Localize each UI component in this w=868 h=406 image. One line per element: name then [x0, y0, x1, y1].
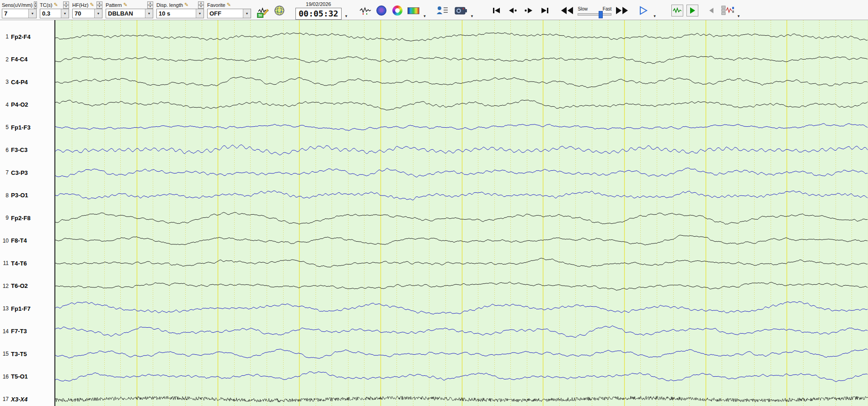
montage-caret[interactable]: ▾: [738, 14, 740, 20]
channel-number: 17: [0, 396, 9, 402]
color-wheel-button[interactable]: [391, 4, 404, 17]
video-button[interactable]: [455, 4, 467, 17]
channel-number: 16: [0, 374, 9, 380]
channel-row[interactable]: 6F3-C3: [0, 146, 54, 154]
sensitivity-spinner: ▲ ▼: [34, 1, 37, 9]
channel-panel: 1Fp2-F42F4-C43C4-P44P4-O25Fp1-F36F3-C37C…: [0, 20, 55, 406]
hf-up-button[interactable]: ▲: [96, 1, 102, 5]
pattern-down-button[interactable]: ▼: [147, 5, 153, 9]
channel-number: 12: [0, 283, 9, 289]
speed-control: Slow Fast: [578, 6, 611, 16]
channel-row[interactable]: 15T3-T5: [0, 350, 54, 357]
tc-group: TC(s) ✎ ▲ ▼ 0.3 ▼: [40, 1, 69, 18]
rewind-button[interactable]: [561, 4, 573, 17]
chevron-down-icon[interactable]: ▼: [28, 9, 36, 18]
brain-topography-button[interactable]: [375, 4, 388, 17]
colormap-caret[interactable]: ▾: [423, 14, 426, 20]
back-triangle-icon: [708, 7, 715, 14]
speed-slider[interactable]: [578, 13, 611, 16]
notch-50-badge: 50: [257, 13, 263, 18]
channel-row[interactable]: 9Fp2-F8: [0, 214, 54, 222]
green-play-button[interactable]: [686, 5, 698, 16]
display-length-combobox[interactable]: 10 s ▼: [156, 9, 204, 18]
montage-settings-button[interactable]: [721, 4, 734, 17]
mini-eeg-button[interactable]: [359, 4, 372, 17]
patient-info-button[interactable]: [436, 4, 449, 17]
hf-spinner: ▲ ▼: [96, 1, 102, 9]
trace-area[interactable]: [55, 20, 868, 406]
chevron-down-icon[interactable]: ▼: [196, 9, 204, 18]
channel-row[interactable]: 12T6-O2: [0, 282, 54, 290]
tc-down-button[interactable]: ▼: [63, 5, 69, 9]
channel-row[interactable]: 5Fp1-F3: [0, 124, 54, 131]
tc-combobox[interactable]: 0.3 ▼: [40, 9, 69, 18]
pattern-combobox[interactable]: DBLBAN ▼: [106, 9, 153, 18]
toolbar: Sens(uV/mm) ▲ ▼ 7 ▼ TC(s) ✎ ▲ ▼ 0.3 ▼ HF…: [0, 0, 868, 20]
tc-up-button[interactable]: ▲: [63, 1, 69, 5]
slow-label: Slow: [578, 6, 588, 12]
sensitivity-group: Sens(uV/mm) ▲ ▼ 7 ▼: [2, 1, 37, 18]
pattern-up-button[interactable]: ▲: [147, 1, 153, 5]
channel-number: 7: [0, 169, 9, 176]
edit-pencil-icon[interactable]: ✎: [54, 2, 58, 7]
hf-label: HF(Hz): [72, 2, 88, 8]
electrode-map-button[interactable]: [273, 4, 286, 17]
skip-to-end-icon: [540, 7, 549, 14]
channel-row[interactable]: 4P4-O2: [0, 101, 54, 108]
chevron-down-icon[interactable]: ▼: [243, 9, 251, 18]
edit-pencil-icon[interactable]: ✎: [184, 2, 188, 7]
wave-edit-button[interactable]: 50: [257, 4, 270, 17]
channel-row[interactable]: 17X3-X4: [0, 395, 54, 403]
channel-row[interactable]: 11T4-T6: [0, 260, 54, 267]
green-trace-button[interactable]: [671, 5, 683, 16]
edit-pencil-icon[interactable]: ✎: [123, 2, 127, 7]
eeg-canvas[interactable]: [55, 20, 868, 406]
channel-number: 8: [0, 192, 9, 199]
channel-label: P3-O1: [11, 192, 28, 199]
step-back-button[interactable]: [506, 4, 519, 17]
back-page-button[interactable]: [705, 4, 718, 17]
sensitivity-down-button[interactable]: ▼: [34, 5, 37, 9]
skip-to-start-button[interactable]: [490, 4, 503, 17]
tc-value: 0.3: [40, 9, 61, 18]
channel-label: T6-O2: [11, 282, 28, 289]
channel-row[interactable]: 10F8-T4: [0, 237, 54, 244]
pattern-label: Pattern: [106, 2, 122, 8]
hf-down-button[interactable]: ▼: [96, 5, 102, 9]
channel-label: X3-X4: [11, 396, 27, 403]
channel-row[interactable]: 14F7-T3: [0, 328, 54, 335]
channel-row[interactable]: 13Fp1-F7: [0, 305, 54, 312]
favorite-combobox[interactable]: OFF ▼: [207, 9, 251, 18]
channel-label: T5-O1: [11, 373, 28, 380]
channel-number: 1: [0, 33, 9, 40]
channel-row[interactable]: 8P3-O1: [0, 192, 54, 199]
edit-pencil-icon[interactable]: ✎: [90, 2, 94, 7]
channel-row[interactable]: 16T5-O1: [0, 373, 54, 380]
hf-combobox[interactable]: 70 ▼: [72, 9, 102, 18]
chevron-down-icon[interactable]: ▼: [94, 9, 102, 18]
sensitivity-up-button[interactable]: ▲: [34, 1, 37, 5]
channel-label: F7-T3: [11, 328, 27, 335]
channel-row[interactable]: 3C4-P4: [0, 78, 54, 86]
speed-slider-thumb[interactable]: [599, 11, 603, 18]
channel-label: Fp1-F7: [11, 305, 31, 312]
time-menu-caret[interactable]: ▾: [345, 14, 348, 20]
chevron-down-icon[interactable]: ▼: [145, 9, 153, 18]
skip-to-end-button[interactable]: [538, 4, 551, 17]
play-caret[interactable]: ▾: [654, 14, 656, 20]
channel-row[interactable]: 2F4-C4: [0, 56, 54, 63]
channel-row[interactable]: 7C3-P3: [0, 169, 54, 176]
video-caret[interactable]: ▾: [471, 14, 473, 20]
sensitivity-combobox[interactable]: 7 ▼: [2, 9, 37, 18]
colormap-button[interactable]: [407, 4, 420, 17]
step-forward-button[interactable]: [522, 4, 535, 17]
play-button[interactable]: [637, 4, 650, 17]
montage-settings-icon: [721, 5, 734, 16]
chevron-down-icon[interactable]: ▼: [61, 9, 69, 18]
channel-row[interactable]: 1Fp2-F4: [0, 33, 54, 40]
display-length-down-button[interactable]: ▼: [198, 5, 204, 9]
channel-label: T4-T6: [11, 260, 27, 267]
edit-pencil-icon[interactable]: ✎: [227, 2, 231, 7]
display-length-up-button[interactable]: ▲: [198, 1, 204, 5]
fast-forward-button[interactable]: [616, 4, 628, 17]
